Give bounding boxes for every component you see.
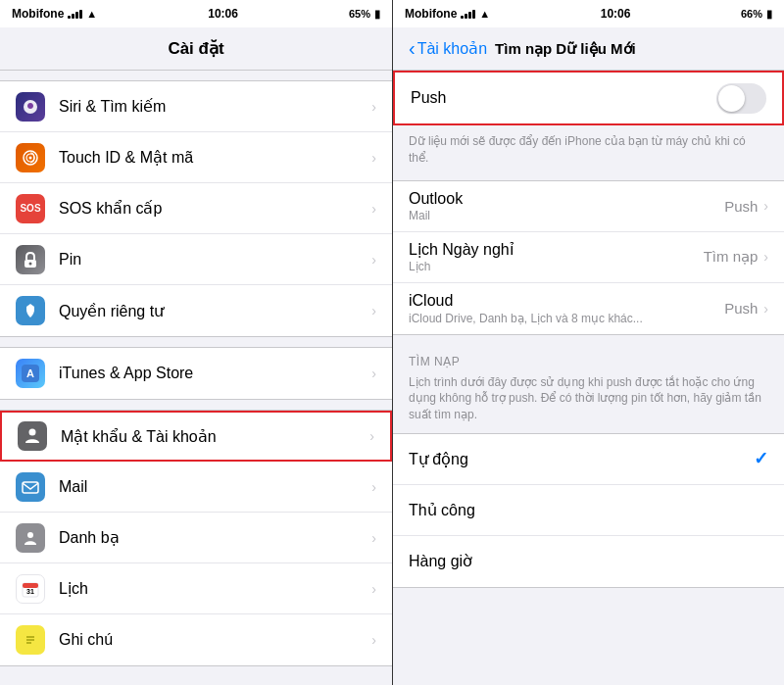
row-calendar-holiday[interactable]: Lịch Ngày nghỉ Lịch Tìm nạp ›	[393, 232, 784, 283]
row-accounts[interactable]: Mật khẩu & Tài khoản ›	[0, 411, 392, 462]
svg-point-8	[29, 429, 36, 436]
push-label: Push	[411, 89, 446, 107]
section-accounts: Mật khẩu & Tài khoản › Mail ›	[0, 410, 392, 666]
push-row[interactable]: Push	[395, 73, 782, 123]
sos-label: SOS khẩn cấp	[59, 199, 371, 218]
outlook-chevron: ›	[763, 198, 768, 214]
section-main: Siri & Tìm kiếm › Touch ID & Mật mã ›	[0, 80, 392, 337]
itunes-label: iTunes & App Store	[59, 365, 371, 382]
svg-point-3	[29, 156, 32, 159]
holiday-main: Lịch Ngày nghỉ Lịch	[409, 232, 704, 282]
push-toggle[interactable]	[716, 83, 766, 114]
fetch-hourly-label: Hàng giờ	[409, 552, 768, 570]
notes-label: Ghi chú	[59, 631, 371, 649]
icloud-subtitle: iCloud Drive, Danh bạ, Lịch và 8 mục khá…	[409, 312, 724, 333]
accounts-icon	[18, 421, 47, 451]
row-outlook[interactable]: Outlook Mail Push ›	[393, 181, 784, 232]
status-left-right: Mobifone ▲	[405, 7, 490, 21]
calendar-icon: 31	[16, 574, 45, 604]
svg-text:A: A	[26, 367, 34, 379]
fetch-options-section: Tự động ✓ Thủ công Hàng giờ	[393, 433, 784, 588]
mail-icon	[16, 472, 45, 502]
accounts-chevron: ›	[369, 428, 374, 444]
siri-chevron: ›	[371, 99, 376, 115]
fetch-manual[interactable]: Thủ công	[393, 485, 784, 536]
row-sos[interactable]: SOS SOS khẩn cấp ›	[0, 183, 392, 234]
contacts-chevron: ›	[371, 530, 376, 546]
carrier-left: Mobifone	[12, 7, 64, 21]
row-icloud[interactable]: iCloud iCloud Drive, Danh bạ, Lịch và 8 …	[393, 283, 784, 334]
battery-icon-right: ▮	[766, 8, 772, 21]
accounts-section: Outlook Mail Push › Lịch Ngày nghỉ Lịch …	[393, 180, 784, 335]
privacy-chevron: ›	[371, 303, 376, 318]
notes-chevron: ›	[371, 632, 376, 648]
signal-bars-right	[461, 9, 475, 19]
carrier-right: Mobifone	[405, 7, 457, 21]
row-mail[interactable]: Mail ›	[0, 462, 392, 513]
fetch-auto-label: Tự động	[409, 450, 754, 468]
content-right[interactable]: Push Dữ liệu mới sẽ được đẩy đến iPhone …	[393, 71, 784, 685]
pin-icon	[16, 245, 45, 274]
outlook-title: Outlook	[409, 181, 724, 210]
holiday-subtitle: Lịch	[409, 260, 704, 281]
sos-chevron: ›	[371, 201, 376, 217]
time-left: 10:06	[208, 7, 238, 21]
battery-percent-left: 65%	[349, 8, 370, 20]
calendar-chevron: ›	[371, 581, 376, 597]
mail-label: Mail	[59, 478, 371, 496]
row-notes[interactable]: Ghi chú ›	[0, 614, 392, 665]
back-chevron-icon: ‹	[409, 37, 416, 60]
fetch-auto[interactable]: Tự động ✓	[393, 434, 784, 485]
outlook-value: Push	[724, 198, 758, 215]
row-touchid[interactable]: Touch ID & Mật mã ›	[0, 132, 392, 183]
calendar-label: Lịch	[59, 579, 371, 598]
row-itunes[interactable]: A iTunes & App Store ›	[0, 348, 392, 399]
status-right-right: 66% ▮	[741, 8, 772, 21]
row-calendar[interactable]: 31 Lịch ›	[0, 563, 392, 614]
section-itunes: A iTunes & App Store ›	[0, 347, 392, 400]
fetch-auto-check: ✓	[754, 448, 768, 469]
wifi-icon-left: ▲	[86, 8, 97, 20]
push-section: Push	[393, 71, 784, 125]
privacy-icon	[16, 296, 45, 325]
battery-percent-right: 66%	[741, 8, 762, 20]
back-label: Tài khoản	[417, 39, 487, 58]
settings-list[interactable]: Siri & Tìm kiếm › Touch ID & Mật mã ›	[0, 71, 392, 685]
svg-text:31: 31	[26, 588, 34, 595]
row-siri[interactable]: Siri & Tìm kiếm ›	[0, 81, 392, 132]
push-description: Dữ liệu mới sẽ được đẩy đến iPhone của b…	[393, 125, 784, 180]
holiday-value: Tìm nạp	[704, 248, 759, 266]
pin-label: Pin	[59, 251, 371, 269]
row-pin[interactable]: Pin ›	[0, 234, 392, 285]
row-privacy[interactable]: Quyền riêng tư ›	[0, 285, 392, 336]
sos-text: SOS	[20, 203, 40, 214]
toggle-thumb	[718, 85, 745, 112]
svg-point-5	[29, 262, 32, 265]
itunes-chevron: ›	[371, 366, 376, 381]
accounts-label: Mật khẩu & Tài khoản	[61, 427, 369, 446]
svg-point-10	[27, 532, 33, 538]
outlook-subtitle: Mail	[409, 209, 724, 230]
itunes-icon: A	[16, 359, 45, 388]
back-button[interactable]: ‹ Tài khoản	[409, 37, 487, 60]
time-right: 10:06	[601, 7, 631, 21]
fetch-manual-label: Thủ công	[409, 501, 768, 519]
touchid-label: Touch ID & Mật mã	[59, 148, 371, 167]
holiday-title: Lịch Ngày nghỉ	[409, 232, 704, 261]
fetch-hourly[interactable]: Hàng giờ	[393, 536, 784, 587]
nav-bar-left: Cài đặt	[0, 27, 392, 71]
fetch-section-desc: Lịch trình dưới đây được sử dụng khi pus…	[393, 374, 784, 433]
svg-rect-9	[23, 482, 38, 493]
outlook-main: Outlook Mail	[409, 181, 724, 231]
row-contacts[interactable]: Danh bạ ›	[0, 513, 392, 563]
status-bar-left: Mobifone ▲ 10:06 65% ▮	[0, 0, 392, 27]
icloud-main: iCloud iCloud Drive, Danh bạ, Lịch và 8 …	[409, 283, 724, 333]
holiday-chevron: ›	[763, 249, 768, 265]
siri-icon	[16, 92, 45, 122]
right-phone: Mobifone ▲ 10:06 66% ▮ ‹ Tài khoản Tìm n…	[392, 0, 784, 685]
nav-bar-right: ‹ Tài khoản Tìm nạp Dữ liệu Mới	[393, 27, 784, 71]
battery-icon-left: ▮	[374, 8, 380, 21]
left-phone: Mobifone ▲ 10:06 65% ▮ Cài đặt	[0, 0, 392, 685]
nav-title-right: Tìm nạp Dữ liệu Mới	[495, 40, 636, 58]
icloud-chevron: ›	[763, 301, 768, 317]
